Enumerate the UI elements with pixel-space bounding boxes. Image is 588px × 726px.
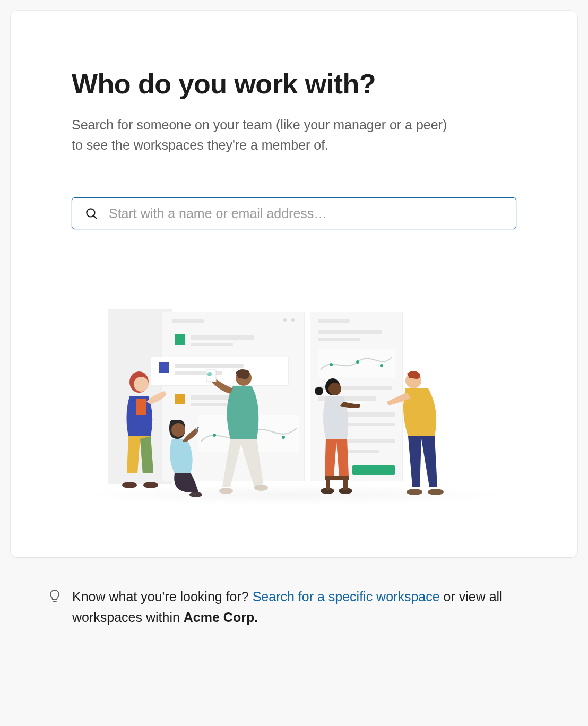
search-workspace-link[interactable]: Search for a specific workspace bbox=[253, 589, 440, 604]
search-icon bbox=[84, 206, 99, 221]
page-title: Who do you work with? bbox=[72, 69, 516, 99]
org-name: Acme Corp. bbox=[184, 610, 258, 625]
svg-point-20 bbox=[254, 485, 268, 491]
svg-point-5 bbox=[330, 363, 333, 366]
svg-point-23 bbox=[328, 383, 341, 395]
team-illustration bbox=[72, 309, 516, 505]
svg-point-13 bbox=[171, 423, 185, 437]
svg-point-6 bbox=[356, 360, 359, 364]
svg-point-9 bbox=[134, 377, 149, 392]
svg-point-32 bbox=[428, 489, 444, 495]
hint-footer: Know what you're looking for? Search for… bbox=[11, 586, 577, 628]
svg-rect-29 bbox=[343, 480, 348, 490]
svg-point-4 bbox=[282, 436, 285, 439]
hint-prefix: Know what you're looking for? bbox=[72, 589, 253, 604]
svg-point-19 bbox=[219, 488, 233, 494]
search-input[interactable] bbox=[109, 206, 504, 221]
search-field-wrapper[interactable] bbox=[72, 197, 516, 229]
lightbulb-icon bbox=[48, 589, 62, 604]
svg-point-7 bbox=[380, 364, 383, 367]
svg-rect-24 bbox=[358, 402, 365, 403]
hint-text: Know what you're looking for? Search for… bbox=[72, 586, 540, 628]
svg-point-15 bbox=[189, 492, 202, 497]
svg-point-18 bbox=[207, 372, 212, 376]
svg-rect-10 bbox=[136, 399, 146, 415]
svg-rect-17 bbox=[206, 370, 216, 382]
svg-rect-28 bbox=[326, 480, 330, 490]
text-cursor bbox=[103, 205, 103, 221]
page-subtitle: Search for someone on your team (like yo… bbox=[72, 115, 454, 155]
svg-rect-25 bbox=[325, 476, 349, 480]
svg-point-22 bbox=[315, 387, 323, 395]
svg-line-1 bbox=[94, 216, 97, 219]
onboarding-card: Who do you work with? Search for someone… bbox=[11, 11, 577, 557]
svg-point-11 bbox=[122, 482, 137, 488]
svg-point-31 bbox=[407, 489, 422, 495]
